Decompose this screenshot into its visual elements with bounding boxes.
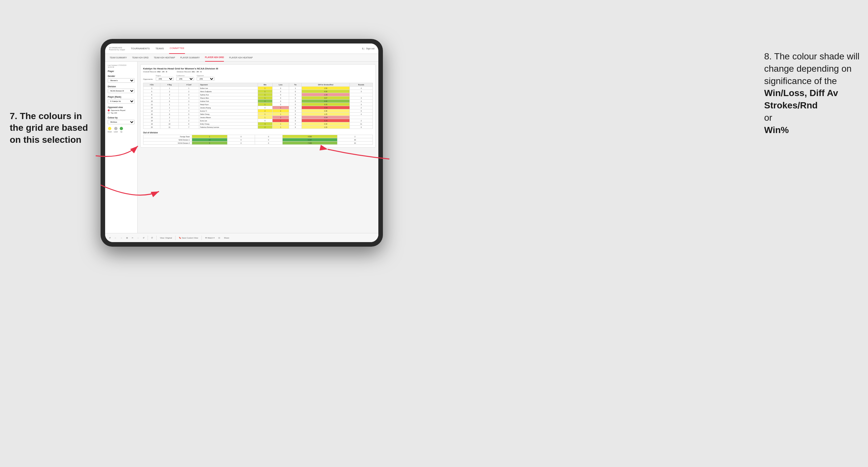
nav-items: TOURNAMENTS TEAMS COMMITTEE [130, 43, 362, 54]
th-opponent: Opponent [199, 83, 258, 87]
toolbar-undo[interactable]: ↺ [108, 236, 112, 240]
toolbar-divider [148, 236, 148, 240]
sub-nav-player-summary[interactable]: PLAYER SUMMARY [180, 54, 200, 62]
toolbar-save-custom[interactable]: 🔖 Save Custom View [178, 236, 199, 240]
sub-nav-team-h2h-heatmap[interactable]: TEAM H2H HEATMAP [154, 54, 175, 62]
legend-level-dot [114, 127, 118, 130]
filter-conference: Conference (All) [176, 75, 194, 81]
ood-table: Foreign Team 1 0 0 4.500 2 NAIA Division… [143, 135, 373, 145]
logo-sub: Powered by clippd [109, 49, 125, 51]
toolbar-cut[interactable]: ✂ [130, 236, 135, 240]
nav-right: ℹ | Sign out [362, 48, 374, 50]
th-loss: Loss [272, 83, 289, 87]
nav-tournaments[interactable]: TOURNAMENTS [130, 43, 150, 54]
sidebar-opponent-view-label: Opponent view [108, 106, 135, 108]
toolbar-refresh[interactable]: ↺ [142, 236, 146, 240]
sub-nav-team-summary[interactable]: TEAM SUMMARY [110, 54, 127, 62]
toolbar-divider2 [156, 236, 157, 240]
sidebar-division-section: Division NCAA Division III [108, 85, 135, 93]
radio-opponents-played[interactable]: Opponents Played [108, 110, 135, 111]
sidebar-player-section: Player [108, 70, 135, 72]
app-navbar: SCOREBOARD Powered by clippd TOURNAMENTS… [105, 43, 378, 54]
table-row: 1822 Euna Lee 0 2 0 -5.00 2 [144, 119, 373, 122]
sidebar-division-select[interactable]: NCAA Division III [108, 89, 135, 93]
main-content: Katelyn Vo Head-to-Head Grid for Women's… [137, 62, 378, 233]
bottom-toolbar: ↺ ← → ⊞ ✂ ··· ↺ ⏱ View: Original 🔖 Save … [105, 233, 378, 242]
toolbar-more[interactable]: ··· [136, 236, 140, 240]
th-tie: Tie [289, 83, 302, 87]
sub-nav-player-h2h-grid[interactable]: PLAYER H2H GRID [205, 54, 224, 62]
th-conf: # Conf [179, 83, 199, 87]
table-row: 19106 Emily Chang 4 1 0 0.30 11 [144, 122, 373, 126]
content-area: Last Updated: 27/03/2024 16:55:38 Player… [105, 62, 378, 233]
filter-region: Region (All) [156, 75, 174, 81]
sub-nav-team-h2h-grid[interactable]: TEAM H2H GRID [132, 54, 149, 62]
grid-title: Katelyn Vo Head-to-Head Grid for Women's… [143, 67, 373, 70]
grid-container: Katelyn Vo Head-to-Head Grid for Women's… [140, 64, 376, 148]
sidebar-division-label: Division [108, 85, 135, 88]
sidebar-gender-select[interactable]: Women's [108, 78, 135, 83]
table-row: 1621 Jessica Mason 1 2 0 -0.94 [144, 116, 373, 119]
th-win: Win [258, 83, 272, 87]
sidebar-player-rank-select[interactable]: 8. Katelyn Vo [108, 99, 135, 103]
th-reg: # Reg [160, 83, 179, 87]
sub-navbar: TEAM SUMMARY TEAM H2H GRID TEAM H2H HEAT… [105, 54, 378, 62]
toolbar-clock[interactable]: ⏱ [150, 236, 154, 240]
overall-record: Overall Record: 353 - 34 - 6 [143, 71, 167, 73]
sidebar-colour-by-section: Colour by Win/loss [108, 117, 135, 124]
sidebar-opponent-view-section: Opponent view Opponents Played Top 100 [108, 106, 135, 114]
sub-nav-player-h2h-heatmap[interactable]: PLAYER H2H HEATMAP [229, 54, 253, 62]
sidebar-gender-label: Gender [108, 75, 135, 77]
nav-committee[interactable]: COMMITTEE [169, 43, 185, 54]
toolbar-watch[interactable]: 👁 Watch ▾ [204, 236, 216, 240]
toolbar-share[interactable]: ⊡ [217, 236, 221, 240]
th-div: # Div [144, 83, 160, 87]
out-of-division-header: Out of division [143, 131, 373, 134]
toolbar-divider3 [175, 236, 176, 240]
main-data-table: # Div # Reg # Conf Opponent Win Loss Tie… [143, 83, 373, 129]
annotation-right: 8. The colour shade will change dependin… [764, 50, 862, 136]
annotation-left: 7. The colours in the grid are based on … [10, 110, 97, 146]
table-row: 20117 Federica Domecq Lacroze 2 1 0 1.33… [144, 126, 373, 129]
sidebar-radio-group: Opponents Played Top 100 [108, 110, 135, 114]
colour-legend: Down Level Up [108, 127, 135, 133]
filter-opponent-select[interactable]: (All) [197, 77, 215, 81]
radio-opponents-played-circle [108, 110, 110, 111]
table-row: 1585 Stella Cheng 1 1 0 1.25 4 [144, 113, 373, 116]
table-row: NCAA Division 2 5 0 0 7.400 10 [144, 142, 373, 145]
legend-down-label: Down [108, 131, 112, 133]
table-row: 1311 Jessica Huang 0 1 0 -3.00 2 [144, 106, 373, 110]
filter-region-select[interactable]: (All) [156, 77, 174, 81]
legend-down-dot [108, 127, 111, 130]
filter-row: Opponents: Region (All) Conference (All) [143, 75, 373, 81]
sidebar-gender-section: Gender Women's [108, 75, 135, 83]
legend-up-dot [120, 127, 123, 130]
toolbar-grid[interactable]: ⊞ [125, 236, 129, 240]
table-header-row: # Div # Reg # Conf Opponent Win Loss Tie… [144, 83, 373, 87]
radio-top-100-circle [108, 112, 110, 114]
table-row: Foreign Team 1 0 0 4.500 2 [144, 135, 373, 138]
table-row: 633 Sydney Kuo 1 0 0 -1.00 [144, 93, 373, 96]
sidebar-colour-by-select[interactable]: Win/loss [108, 120, 135, 124]
tablet-screen: SCOREBOARD Powered by clippd TOURNAMENTS… [105, 43, 378, 242]
filter-conference-select[interactable]: (All) [176, 77, 194, 81]
sign-out-button[interactable]: Sign out [366, 48, 374, 50]
filter-opponent: Opponent (All) [197, 75, 215, 81]
toolbar-forward[interactable]: → [119, 236, 124, 240]
table-row: 1063 Andrea York 2 0 0 4.00 4 [144, 100, 373, 103]
toolbar-share-text[interactable]: Share [223, 236, 230, 240]
nav-separator: ℹ | [362, 48, 364, 50]
table-row: 1474 Eunice Yi 2 2 0 0.38 9 [144, 110, 373, 113]
th-rounds: Rounds [350, 83, 373, 87]
toolbar-view-original[interactable]: View: Original [159, 236, 173, 240]
table-row: 1111 Heejo Hyun 1 0 0 3.33 3 [144, 103, 373, 106]
grid-records: Overall Record: 353 - 34 - 6 Division Re… [143, 71, 373, 73]
toolbar-back[interactable]: ← [113, 236, 118, 240]
radio-top-100[interactable]: Top 100 [108, 112, 135, 114]
sidebar-player-label: Player [108, 70, 135, 72]
table-row: NAIA Division 1 15 0 0 9.267 30 [144, 138, 373, 142]
sidebar-timestamp: Last Updated: 27/03/2024 16:55:38 [108, 64, 135, 68]
legend-up-label: Up [120, 131, 122, 133]
nav-teams[interactable]: TEAMS [155, 43, 164, 54]
tablet-frame: SCOREBOARD Powered by clippd TOURNAMENTS… [101, 39, 383, 247]
